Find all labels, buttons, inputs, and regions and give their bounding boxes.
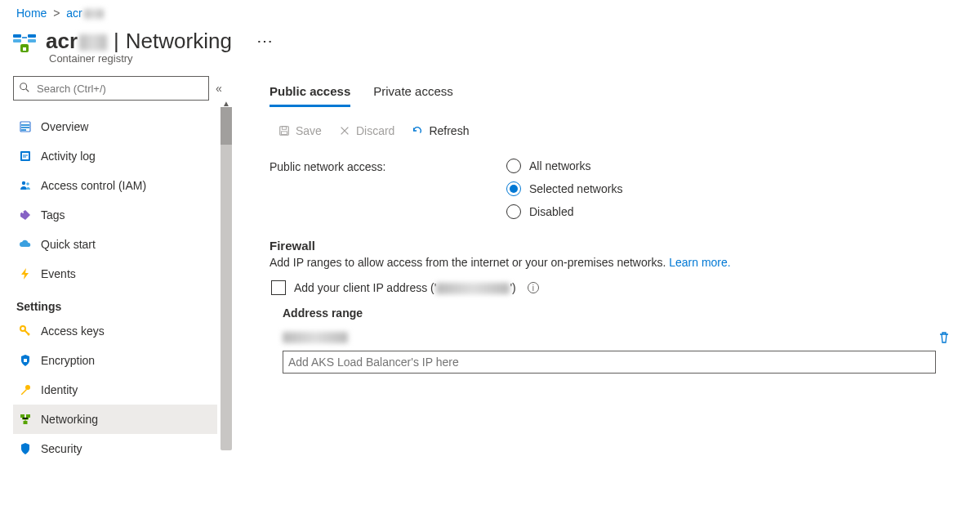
sidebar-item-quick-start[interactable]: Quick start bbox=[13, 230, 217, 259]
save-button[interactable]: Save bbox=[278, 124, 322, 137]
svg-rect-5 bbox=[23, 47, 26, 51]
tab-private-access[interactable]: Private access bbox=[373, 79, 453, 107]
page-title-page: Networking bbox=[126, 29, 232, 54]
sidebar-item-label: Access keys bbox=[41, 324, 105, 338]
radio-all-networks[interactable]: All networks bbox=[506, 159, 622, 173]
svg-rect-2 bbox=[28, 34, 36, 38]
info-icon[interactable]: i bbox=[528, 282, 539, 293]
svg-rect-3 bbox=[28, 39, 36, 42]
sidebar-item-identity[interactable]: Identity bbox=[13, 375, 217, 405]
page-title-separator: | bbox=[114, 29, 119, 54]
save-icon bbox=[278, 124, 291, 137]
svg-rect-18 bbox=[26, 414, 30, 418]
radio-icon bbox=[506, 204, 521, 219]
lightning-icon bbox=[18, 266, 33, 281]
svg-rect-10 bbox=[22, 153, 29, 159]
people-icon bbox=[18, 178, 33, 193]
refresh-label: Refresh bbox=[429, 124, 469, 137]
public-access-label: Public network access: bbox=[270, 159, 506, 219]
sidebar-item-label: Access control (IAM) bbox=[41, 179, 146, 192]
radio-label: Selected networks bbox=[529, 182, 622, 195]
breadcrumb: Home > acr bbox=[0, 0, 980, 25]
shield-lock-icon bbox=[18, 353, 33, 368]
discard-label: Discard bbox=[356, 124, 394, 137]
address-range-column-header: Address range bbox=[270, 303, 957, 324]
overview-icon bbox=[18, 119, 33, 134]
page-subtitle: Container registry bbox=[0, 52, 980, 76]
save-label: Save bbox=[296, 124, 322, 137]
activity-log-icon bbox=[18, 149, 33, 163]
more-actions-button[interactable]: ⋯ bbox=[256, 31, 274, 51]
sidebar-item-label: Encryption bbox=[41, 354, 95, 367]
learn-more-link[interactable]: Learn more. bbox=[669, 256, 730, 269]
delete-address-button[interactable] bbox=[936, 329, 952, 346]
svg-rect-0 bbox=[13, 34, 21, 38]
page-title-resource: acr bbox=[46, 29, 107, 54]
sidebar-item-label: Quick start bbox=[41, 238, 96, 251]
sidebar-item-iam[interactable]: Access control (IAM) bbox=[13, 171, 217, 200]
address-range-row bbox=[270, 324, 957, 351]
sidebar-item-activity-log[interactable]: Activity log bbox=[13, 141, 217, 171]
key-icon bbox=[18, 324, 33, 338]
firewall-section-desc: Add IP ranges to allow access from the i… bbox=[270, 256, 957, 269]
address-range-input[interactable] bbox=[283, 351, 936, 374]
client-ip-label: Add your client IP address ('') bbox=[294, 281, 516, 294]
discard-button[interactable]: Discard bbox=[338, 124, 394, 137]
search-icon bbox=[19, 82, 30, 96]
sidebar-item-tags[interactable]: Tags bbox=[13, 200, 217, 230]
radio-label: All networks bbox=[529, 159, 590, 172]
svg-point-6 bbox=[20, 83, 27, 89]
sidebar-item-label: Activity log bbox=[41, 150, 96, 163]
svg-point-12 bbox=[26, 182, 29, 186]
client-ip-checkbox[interactable] bbox=[271, 280, 286, 295]
svg-rect-22 bbox=[282, 132, 287, 135]
radio-icon bbox=[506, 159, 521, 173]
scroll-up-icon[interactable]: ▲ bbox=[220, 99, 232, 107]
resource-type-icon bbox=[11, 28, 38, 54]
sidebar-section-settings: Settings bbox=[16, 300, 229, 313]
key-gold-icon bbox=[18, 382, 33, 397]
svg-point-11 bbox=[22, 181, 25, 185]
breadcrumb-home[interactable]: Home bbox=[16, 7, 47, 20]
public-access-radio-group: All networks Selected networks Disabled bbox=[506, 159, 622, 219]
radio-label: Disabled bbox=[529, 205, 573, 218]
breadcrumb-separator: > bbox=[53, 7, 60, 20]
svg-point-13 bbox=[22, 212, 24, 213]
refresh-button[interactable]: Refresh bbox=[411, 124, 469, 137]
sidebar-item-overview[interactable]: Overview bbox=[13, 112, 217, 141]
sidebar-item-label: Events bbox=[41, 267, 76, 280]
sidebar-item-label: Networking bbox=[41, 413, 98, 426]
sidebar-search[interactable] bbox=[13, 76, 209, 101]
sidebar-item-label: Security bbox=[41, 442, 82, 455]
breadcrumb-current[interactable]: acr bbox=[66, 7, 103, 20]
sidebar-item-encryption[interactable]: Encryption bbox=[13, 346, 217, 375]
svg-rect-19 bbox=[24, 421, 28, 424]
sidebar-search-input[interactable] bbox=[35, 82, 203, 96]
radio-selected-networks[interactable]: Selected networks bbox=[506, 181, 622, 196]
tab-public-access[interactable]: Public access bbox=[270, 79, 350, 107]
cloud-icon bbox=[18, 237, 33, 252]
sidebar-item-label: Identity bbox=[41, 383, 78, 396]
tag-icon bbox=[18, 208, 33, 222]
address-range-value-masked bbox=[283, 332, 348, 343]
svg-line-7 bbox=[26, 88, 29, 92]
sidebar-item-label: Tags bbox=[41, 208, 65, 221]
svg-rect-15 bbox=[24, 359, 27, 362]
sidebar-item-access-keys[interactable]: Access keys bbox=[13, 316, 217, 346]
shield-icon bbox=[18, 441, 33, 456]
svg-rect-17 bbox=[20, 414, 24, 418]
sidebar-item-label: Overview bbox=[41, 120, 88, 133]
close-icon bbox=[338, 124, 351, 137]
sidebar-item-events[interactable]: Events bbox=[13, 259, 217, 289]
firewall-section-title: Firewall bbox=[270, 239, 957, 253]
sidebar-item-networking[interactable]: Networking bbox=[13, 405, 217, 434]
sidebar-scrollbar[interactable] bbox=[220, 107, 232, 450]
radio-disabled[interactable]: Disabled bbox=[506, 204, 622, 219]
network-icon bbox=[18, 412, 33, 427]
refresh-icon bbox=[411, 124, 424, 137]
svg-rect-1 bbox=[13, 39, 21, 42]
collapse-sidebar-button[interactable]: « bbox=[216, 82, 222, 95]
sidebar-item-security[interactable]: Security bbox=[13, 434, 217, 463]
radio-icon bbox=[506, 181, 521, 196]
